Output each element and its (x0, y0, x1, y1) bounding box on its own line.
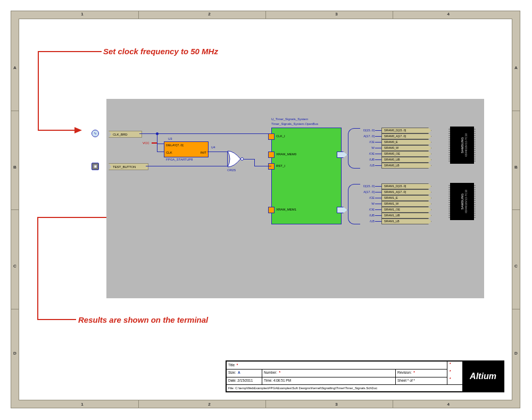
sig-sram1-lb[interactable]: SRAM1_LB (381, 219, 431, 224)
schematic-area[interactable]: U_Timer_Signals_System Timer_Signals_Sys… (106, 99, 484, 298)
sig-sram1-oe[interactable]: SRAM1_OE (381, 207, 431, 213)
sig-sram1-d[interactable]: SRAM1_D[15..0] (381, 183, 431, 189)
system-designator: U_Timer_Signals_System (271, 117, 308, 121)
annotation-bot-stem (37, 217, 38, 320)
pin-clk-i[interactable] (268, 133, 275, 140)
wire-delay (157, 144, 164, 144)
bus0-d: D[15..0] (356, 129, 375, 132)
tb-file: C:\temp\WebExamples\FPGAExamples\Soft De… (235, 387, 377, 390)
chip1-maker: SAMSUNG (461, 194, 464, 209)
pin-xram0[interactable] (268, 152, 275, 158)
sig-sram0-e[interactable]: SRAM0_E (381, 139, 431, 145)
frequency-generator-icon[interactable]: ∿ (92, 130, 99, 137)
sig-sram0-w[interactable]: SRAM0_W (381, 145, 431, 151)
zone-row-a-right: A (513, 19, 519, 118)
port-clk-brd[interactable]: CLK_BRD (109, 131, 142, 138)
bus-out-0[interactable] (337, 152, 347, 158)
pin-clk-i-label: CLK_I (276, 135, 285, 138)
chip1-part: K6R4016V1D-TC10 (465, 190, 468, 213)
wire-testbtn (146, 166, 227, 166)
zone-col-1-bot: 1 (19, 402, 146, 407)
bus1-ce: /CE (356, 196, 375, 199)
pin-xram0-label: XRAM_MEM0 (276, 153, 296, 156)
wire-clk (139, 133, 271, 134)
zone-row-b-right: B (513, 118, 519, 217)
pin-rst-i[interactable] (268, 163, 275, 170)
memory-chip-0[interactable]: SAMSUNG K6R4016V1D-TC10 (450, 127, 474, 164)
wire-init (207, 152, 228, 152)
sig-sram1-a[interactable]: SRAM1_A[17..0] (381, 189, 431, 195)
zone-col-3-top: 3 (273, 12, 400, 16)
sig-sram0-oe[interactable]: SRAM0_OE (381, 151, 431, 157)
zone-row-c-right: C (513, 217, 519, 316)
tb-date: 2/15/2011 (237, 379, 253, 382)
bus1-lb: /LB (356, 220, 375, 223)
zone-row-d-right: D (513, 304, 519, 404)
zone-col-1-top: 1 (19, 12, 146, 16)
bus0-ce: /CE (356, 140, 375, 144)
memory-chip-1[interactable]: SAMSUNG K6R4016V1D-TC10 (450, 183, 474, 220)
tb-size-key: Size: (228, 371, 236, 374)
tb-file-key: File: (228, 387, 234, 390)
bus0-lb: /LB (356, 164, 375, 167)
sig-sram1-e[interactable]: SRAM1_E (381, 195, 431, 201)
tb-rev-key: Revision: (397, 371, 412, 374)
bus0-oe: /OE (356, 152, 375, 155)
zone-row-a-left: A (12, 19, 18, 118)
zone-col-4-top: 4 (385, 12, 512, 16)
bus-out-1[interactable] (337, 207, 347, 213)
tb-sheet: Sheet * of * (397, 379, 415, 382)
vcc-bar-icon (152, 142, 157, 146)
sig-sram1-w[interactable]: SRAM1_W (381, 201, 431, 207)
title-block: Title * * * * Altium Size: A Number: * R… (226, 360, 504, 392)
tb-time-key: Time: (264, 379, 272, 382)
logo-text: Altium (470, 372, 496, 381)
chip0-part: K6R4016V1D-TC10 (465, 133, 468, 157)
zone-col-2-bot: 2 (146, 402, 273, 407)
bus0-w: W (356, 146, 375, 149)
sig-sram0-a[interactable]: SRAM0_A[17..0] (381, 133, 431, 139)
clk-pin-label: CLK (166, 151, 172, 154)
sig-sram0-ub[interactable]: SRAM0_UB (381, 157, 431, 163)
pin-xram1-label: XRAM_MEM1 (276, 208, 296, 211)
debug-probe-icon[interactable]: ▣ (92, 163, 99, 170)
sig-sram0-lb[interactable]: SRAM0_LB (381, 163, 431, 169)
zone-col-4-bot: 4 (385, 402, 512, 407)
zone-col-2-top: 2 (146, 12, 273, 16)
annotation-top: Set clock frequency to 50 MHz (103, 47, 218, 56)
wire-rst-2 (254, 159, 255, 166)
sig-sram0-d[interactable]: SRAM0_D[15..0] (381, 128, 431, 133)
pin-xram1[interactable] (268, 207, 275, 213)
tb-date-key: Date: (228, 379, 237, 382)
port-test-button-label: TEST_BUTTON (111, 165, 136, 169)
delay-pin-label: DELAY[7..0] (166, 144, 184, 147)
fpga-startup-block[interactable]: DELAY[7..0] CLK INIT (164, 141, 209, 157)
u4-label: U4 (211, 146, 215, 149)
tb-size: A (238, 371, 240, 374)
system-block[interactable]: CLK_I XRAM_MEM0 RST_I XRAM_MEM1 (271, 128, 342, 224)
bus1-w: W (356, 202, 375, 205)
annotation-bottom: Results are shown on the terminal (78, 315, 208, 325)
or-name: OR2S (227, 169, 236, 172)
annotation-top-arrow-icon (74, 127, 82, 133)
annotation-top-point (38, 130, 75, 131)
zone-row-b-left: B (12, 118, 18, 217)
bus0-ub: /UB (356, 158, 375, 161)
or-in-join (227, 152, 228, 166)
wire-clk-drop (157, 133, 157, 152)
tb-number-key: Number: (264, 371, 277, 374)
annotation-top-lead (38, 51, 102, 52)
tb-time: 4:06:51 PM (273, 379, 291, 382)
annotation-bot-lead (37, 319, 76, 320)
system-name: Timer_Signals_System.OpenBus (271, 122, 318, 125)
sig-sram1-ub[interactable]: SRAM1_UB (381, 213, 431, 219)
vcc-label: VCC (143, 141, 149, 145)
u3-label: U3 (168, 137, 172, 140)
fpga-footprint: FPGA_STARTUP8 (166, 158, 193, 161)
init-pin-label: INIT (201, 151, 206, 154)
port-test-button[interactable]: TEST_BUTTON (109, 163, 148, 170)
zone-col-3-bot: 3 (273, 402, 400, 407)
wire-rst-3 (254, 166, 271, 166)
wire-rst-1 (244, 159, 254, 159)
wire-clkin (157, 152, 164, 152)
